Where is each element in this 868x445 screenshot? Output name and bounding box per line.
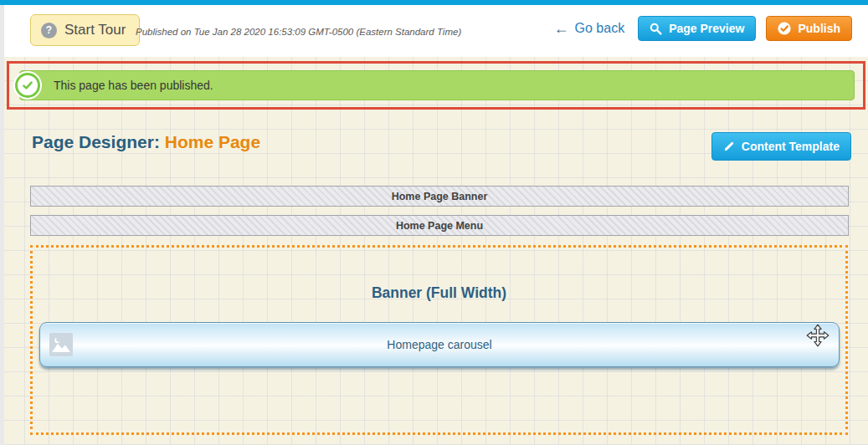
widget-label: Homepage carousel: [387, 338, 491, 351]
workspace: This page has been published. Page Desig…: [0, 57, 868, 445]
slot-home-page-banner[interactable]: Home Page Banner: [30, 186, 849, 207]
success-check-icon: [15, 73, 40, 98]
page-title: Page Designer: Home Page: [32, 132, 260, 152]
content-template-label: Content Template: [742, 140, 840, 153]
page-preview-label: Page Preview: [669, 22, 744, 35]
page-title-name: Home Page: [165, 132, 260, 151]
banner-zone-title: Banner (Full Width): [33, 284, 845, 302]
page-designer-screen: ? Start Tour Published on Tue Jan 28 202…: [0, 0, 868, 445]
left-edge-strip: [0, 5, 4, 445]
slot-label: Home Page Menu: [396, 220, 483, 232]
go-back-link[interactable]: ← Go back: [554, 20, 625, 38]
left-arrow-icon: ←: [554, 20, 569, 38]
header-actions: ← Go back Page Preview Publish: [554, 16, 852, 41]
success-alert: This page has been published.: [19, 70, 855, 100]
publish-alert-highlight: This page has been published.: [7, 61, 865, 110]
search-icon: [650, 23, 662, 35]
publish-button[interactable]: Publish: [766, 16, 852, 41]
alert-message: This page has been published.: [54, 79, 213, 92]
start-tour-button[interactable]: ? Start Tour: [30, 14, 140, 46]
check-circle-icon: [778, 22, 791, 35]
move-cursor-icon: [806, 324, 829, 347]
image-placeholder-icon: [49, 333, 73, 356]
slot-label: Home Page Banner: [392, 191, 488, 202]
content-template-button[interactable]: Content Template: [711, 132, 851, 161]
pencil-icon: [723, 141, 735, 152]
go-back-label: Go back: [575, 21, 625, 36]
banner-dropzone[interactable]: Banner (Full Width) Homepage carousel: [30, 245, 848, 435]
page-title-prefix: Page Designer:: [32, 132, 165, 151]
publish-label: Publish: [798, 22, 840, 35]
homepage-carousel-widget[interactable]: Homepage carousel: [39, 322, 840, 367]
published-timestamp: Published on Tue Jan 28 2020 16:53:09 GM…: [136, 27, 461, 37]
slot-home-page-menu[interactable]: Home Page Menu: [30, 215, 849, 236]
page-preview-button[interactable]: Page Preview: [638, 16, 756, 41]
question-icon: ?: [41, 23, 57, 38]
header-bar: ? Start Tour Published on Tue Jan 28 202…: [0, 5, 868, 57]
start-tour-label: Start Tour: [64, 22, 126, 38]
